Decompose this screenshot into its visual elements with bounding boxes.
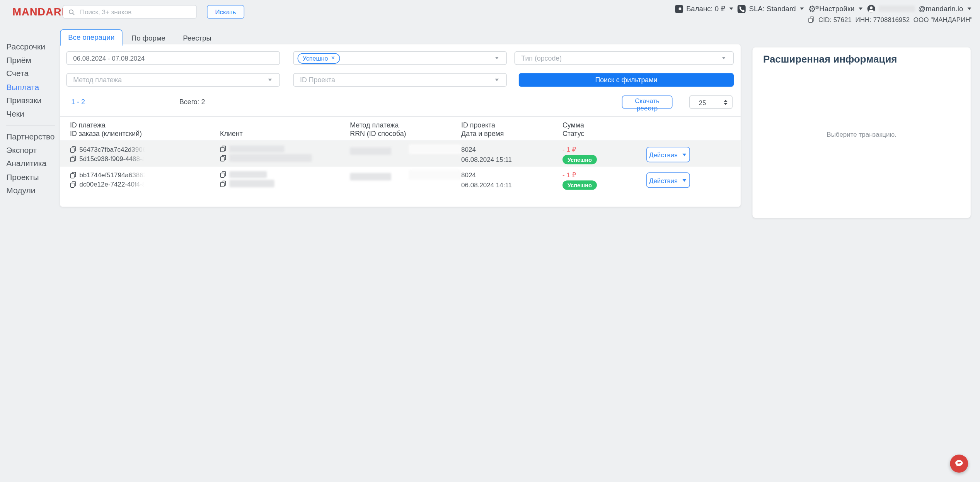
header-client: Клиент [220,130,243,137]
sidebar-item-label: Проекты [6,172,39,182]
datetime: 06.08.2024 15:11 [461,156,512,163]
actions-label: Действия [649,151,678,158]
project-id: 8024 [461,146,512,153]
sidebar-item-privyazki[interactable]: Привязки [6,94,60,107]
sidebar-item-analitika[interactable]: Аналитика [6,157,60,170]
actions-button[interactable]: Действия [646,172,690,188]
page-range-link[interactable]: 1 - 2 [71,98,85,105]
sidebar-item-label: Аналитика [6,159,46,168]
amount: - 1 ₽ [562,146,597,153]
method-redacted-2 [409,170,461,180]
copy-icon[interactable] [220,171,226,178]
status-filter-select[interactable]: Успешно × [293,51,507,65]
tab-by-form[interactable]: По форме [123,31,174,46]
chevron-down-icon [800,7,804,10]
table-row[interactable]: bb1744ef51794a63862 dc00e12e-7422-40f4-8… [60,167,741,192]
user-name-redacted [879,6,915,12]
settings-gear-icon: ⚙⚙ [808,5,816,13]
header-rrn: RRN (ID способа) [350,130,406,137]
date-range-input[interactable]: 06.08.2024 - 07.08.2024 [66,51,280,65]
inn-value: ИНН: 7708816952 [856,15,910,23]
sidebar-item-label: Партнерство [6,132,55,141]
sla-label[interactable]: SLA: Standard [749,5,796,12]
header-amount: Сумма [562,121,584,129]
operations-panel: 06.08.2024 - 07.08.2024 Успешно × Тип (o… [60,44,741,207]
copy-icon[interactable] [70,181,76,188]
search-input[interactable] [79,7,196,16]
chevron-down-icon [682,179,686,181]
account-menu-bar: Баланс: 0 ₽ SLA: Standard ⚙⚙ Настройки @… [675,4,973,13]
tab-registries[interactable]: Реестры [174,31,220,46]
page-size-select[interactable]: 25 [689,95,733,109]
chevron-down-icon [268,79,272,81]
cid-value: CID: 57621 [818,15,852,23]
method-placeholder: Метод платежа [73,76,122,83]
sidebar-item-rassrochki[interactable]: Рассрочки [6,40,60,53]
chevron-down-icon [495,57,499,59]
status-badge: Успешно [562,155,597,164]
header-status: Статус [562,130,584,137]
sidebar-item-label: Выплата [6,82,39,92]
sidebar-item-proekty[interactable]: Проекты [6,170,60,184]
sidebar-item-label: Модули [6,186,35,195]
global-search [63,5,197,19]
header-payment-id: ID платежа [70,121,106,129]
amount: - 1 ₽ [562,171,597,178]
chevron-down-icon [968,7,971,10]
support-chat-button[interactable] [950,455,968,473]
table-row[interactable]: 56473c7fba7c42d3906 5d15c938-f909-4488-a… [60,141,741,166]
user-avatar-icon [867,4,876,13]
user-email-suffix[interactable]: @mandarin.io [918,5,963,12]
sidebar-item-label: Счета [6,69,29,78]
sidebar-item-moduli[interactable]: Модули [6,183,60,197]
opcode-filter-select[interactable]: Тип (opcode) [515,51,734,65]
copy-icon[interactable] [70,155,76,162]
header-order-id: ID заказа (клиентский) [70,130,142,137]
details-empty-text: Выберите транзакцию. [753,131,971,138]
client-email-redacted [229,180,274,187]
balance-label[interactable]: Баланс: 0 ₽ [686,4,725,13]
app-root: MANDARIN Искать Баланс: 0 ₽ SLA: Standar… [0,0,980,482]
sidebar-item-partnerstvo[interactable]: Партнерство [6,130,60,143]
stepper-icon [724,100,728,105]
copy-icon[interactable] [220,180,226,187]
chevron-down-icon [729,7,733,10]
copy-icon[interactable] [808,16,815,23]
chat-bubble-icon [954,459,964,468]
search-button[interactable]: Искать [207,5,244,19]
header-method: Метод платежа [350,121,399,129]
details-title: Расширенная информация [763,54,971,65]
company-name: ООО "МАНДАРИН" [914,15,973,23]
balance-icon [675,5,683,13]
sidebar-divider [6,125,55,126]
sidebar-nav: Рассрочки Приём Счета Выплата Привязки Ч… [6,40,60,197]
method-redacted-2 [409,144,461,154]
copy-icon[interactable] [220,146,226,153]
tab-all-operations[interactable]: Все операции [60,29,123,46]
actions-button[interactable]: Действия [646,147,690,162]
sidebar-item-scheta[interactable]: Счета [6,67,60,80]
sidebar-item-eksport[interactable]: Экспорт [6,143,60,157]
payment-method-select[interactable]: Метод платежа [66,73,280,87]
sidebar-item-cheki[interactable]: Чеки [6,107,60,120]
download-registry-button[interactable]: Скачать реестр [622,95,673,109]
settings-label[interactable]: Настройки [819,5,854,12]
chevron-down-icon [495,79,499,81]
details-panel: Расширенная информация Выберите транзакц… [753,48,971,218]
project-id-select[interactable]: ID Проекта [293,73,507,87]
copy-icon[interactable] [220,154,226,161]
sidebar-item-priem[interactable]: Приём [6,53,60,67]
actions-label: Действия [649,177,678,184]
sidebar-item-label: Экспорт [6,145,37,154]
copy-icon[interactable] [70,171,76,178]
opcode-placeholder: Тип (opcode) [521,54,562,62]
header-project-id: ID проекта [461,121,495,129]
chevron-down-icon [722,57,726,59]
sidebar-item-label: Чеки [6,109,24,119]
apply-filters-button[interactable]: Поиск с фильтрами [519,73,734,87]
chip-remove-icon[interactable]: × [331,55,334,61]
copy-icon[interactable] [70,146,76,153]
sla-phone-icon [738,5,746,13]
sidebar-item-vyplata[interactable]: Выплата [6,80,60,94]
client-phone-redacted [229,171,267,178]
